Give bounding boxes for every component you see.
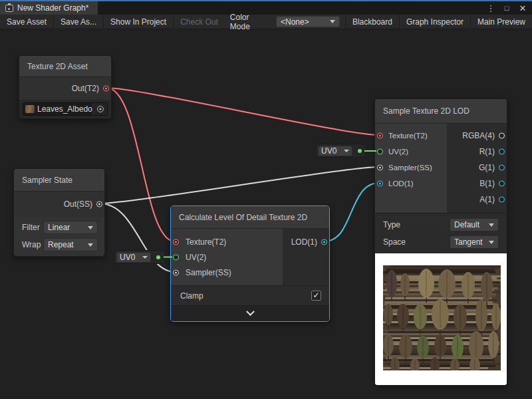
- port-label: R(1): [479, 147, 495, 156]
- output-port-g[interactable]: [499, 165, 505, 171]
- filter-value: Linear: [48, 223, 70, 232]
- node-title: Calculate Level Of Detail Texture 2D: [179, 213, 307, 222]
- node-sample-texture-2d-lod[interactable]: Sample Texture 2D LOD Texture(T2) UV(2) …: [374, 98, 507, 386]
- window-menu-icon[interactable]: ⋮: [484, 3, 497, 13]
- chevron-down-icon: [489, 241, 494, 244]
- output-port-b[interactable]: [499, 181, 505, 187]
- node-title: Sampler State: [22, 176, 72, 185]
- output-ports: LOD(1): [283, 229, 329, 285]
- space-label: Space: [383, 237, 450, 247]
- color-mode-label: Color Mode: [225, 15, 276, 29]
- texture-object-field[interactable]: Leaves_Albedo: [23, 102, 108, 116]
- node-header[interactable]: Sample Texture 2D LOD: [375, 99, 507, 124]
- maximize-icon[interactable]: □: [500, 4, 513, 12]
- input-port-uv[interactable]: [377, 149, 383, 155]
- node-calculate-lod-texture-2d[interactable]: Calculate Level Of Detail Texture 2D Tex…: [170, 205, 330, 322]
- uv-port-dot: [156, 255, 160, 259]
- type-label: Type: [383, 220, 450, 229]
- wrap-value: Repeat: [48, 240, 74, 249]
- texture-name: Leaves_Albedo: [37, 104, 92, 114]
- collapse-chevron-icon[interactable]: [246, 307, 255, 316]
- tab-title: New Shader Graph*: [17, 3, 88, 13]
- output-ports: RGBA(4) R(1) G(1) B(1) A(1): [447, 124, 507, 213]
- uv-default-chip-calculate: UV0: [114, 250, 165, 264]
- uv-channel-dropdown[interactable]: UV0: [116, 252, 151, 263]
- chevron-down-icon: [142, 256, 148, 259]
- space-dropdown[interactable]: Tangent: [450, 235, 499, 249]
- uv-channel-dropdown[interactable]: UV0: [318, 146, 352, 156]
- show-in-project-button[interactable]: Show In Project: [104, 15, 174, 29]
- port-label: A(1): [479, 195, 495, 204]
- uv-channel-value: UV0: [321, 146, 336, 156]
- node-preview-image: [375, 253, 507, 385]
- graph-inspector-toggle-button[interactable]: Graph Inspector: [400, 15, 471, 29]
- clamp-row: Clamp ✓: [171, 285, 329, 305]
- port-label: Out(SS): [64, 200, 92, 209]
- chevron-down-icon: [88, 226, 93, 229]
- texture-field-row: Leaves_Albedo: [19, 100, 111, 118]
- clamp-checkbox[interactable]: ✓: [311, 291, 321, 301]
- output-port-out-t2[interactable]: [103, 86, 109, 92]
- output-port-out-ss[interactable]: [96, 201, 102, 207]
- check-out-button: Check Out: [174, 15, 225, 29]
- sample-options: Type Default Space Tangent: [375, 213, 507, 253]
- port-label: Sampler(SS): [375, 164, 432, 172]
- node-texture-2d-asset[interactable]: Texture 2D Asset Out(T2) Leaves_Albedo: [19, 55, 112, 119]
- node-header[interactable]: Calculate Level Of Detail Texture 2D: [171, 206, 329, 229]
- port-label: LOD(1): [291, 237, 317, 247]
- port-label: Out(T2): [72, 84, 99, 93]
- node-title: Sample Texture 2D LOD: [383, 106, 469, 116]
- tab-shader-graph[interactable]: New Shader Graph*: [0, 1, 98, 15]
- chevron-down-icon: [330, 20, 335, 23]
- chevron-down-icon: [88, 243, 93, 247]
- input-port-lod[interactable]: [377, 181, 383, 187]
- blackboard-toggle-button[interactable]: Blackboard: [346, 15, 400, 29]
- wrap-dropdown[interactable]: Repeat: [43, 238, 98, 251]
- uv-port-dot: [358, 149, 362, 153]
- texture-thumbnail: [25, 105, 35, 113]
- input-port-sampler[interactable]: [173, 269, 179, 275]
- type-value: Default: [454, 220, 479, 229]
- node-header[interactable]: Texture 2D Asset: [19, 56, 111, 77]
- clamp-label: Clamp: [180, 291, 311, 301]
- output-port-r[interactable]: [499, 149, 505, 155]
- input-ports: Texture(T2) UV(2) Sampler(SS): [171, 229, 283, 285]
- wrap-label: Wrap: [22, 240, 43, 249]
- filter-dropdown[interactable]: Linear: [43, 221, 98, 234]
- filter-label: Filter: [22, 223, 43, 232]
- port-row: Out(T2): [19, 77, 111, 100]
- collapse-row: [171, 305, 329, 321]
- node-header[interactable]: Sampler State: [14, 169, 104, 192]
- uv-default-chip-sample: UV0: [315, 144, 366, 158]
- input-port-sampler[interactable]: [377, 165, 383, 171]
- output-port-rgba[interactable]: [499, 133, 505, 139]
- sampler-controls: Filter Linear Wrap Repeat: [14, 217, 104, 256]
- color-mode-dropdown[interactable]: <None>: [276, 16, 340, 27]
- output-port-a[interactable]: [499, 197, 505, 203]
- node-sampler-state[interactable]: Sampler State Out(SS) Filter Linear Wrap…: [13, 168, 105, 257]
- input-ports: Texture(T2) UV(2) Sampler(SS) LOD(1): [375, 124, 447, 213]
- save-as-button[interactable]: Save As...: [54, 15, 104, 29]
- port-label: B(1): [479, 179, 495, 188]
- input-port-uv[interactable]: [173, 254, 179, 260]
- type-dropdown[interactable]: Default: [450, 218, 499, 231]
- close-icon[interactable]: ✕: [516, 3, 529, 13]
- output-port-lod[interactable]: [321, 239, 327, 245]
- space-value: Tangent: [454, 237, 483, 247]
- window-controls: ⋮ □ ✕: [484, 1, 532, 15]
- port-label: Texture(T2): [171, 237, 226, 247]
- main-preview-toggle-button[interactable]: Main Preview: [471, 15, 532, 29]
- uv-channel-value: UV0: [120, 253, 135, 262]
- input-port-texture[interactable]: [377, 133, 383, 139]
- object-picker-icon: [97, 106, 104, 112]
- save-asset-button[interactable]: Save Asset: [0, 15, 54, 29]
- port-label: G(1): [479, 163, 495, 172]
- graph-toolbar: Save Asset Save As... Show In Project Ch…: [0, 15, 532, 29]
- port-label: RGBA(4): [462, 131, 495, 140]
- port-row: Out(SS): [14, 192, 104, 217]
- shader-graph-asset-icon: [5, 5, 13, 12]
- color-mode-value: <None>: [281, 17, 309, 27]
- chevron-down-icon: [344, 150, 349, 152]
- object-picker-button[interactable]: [92, 103, 107, 115]
- input-port-texture[interactable]: [173, 239, 179, 245]
